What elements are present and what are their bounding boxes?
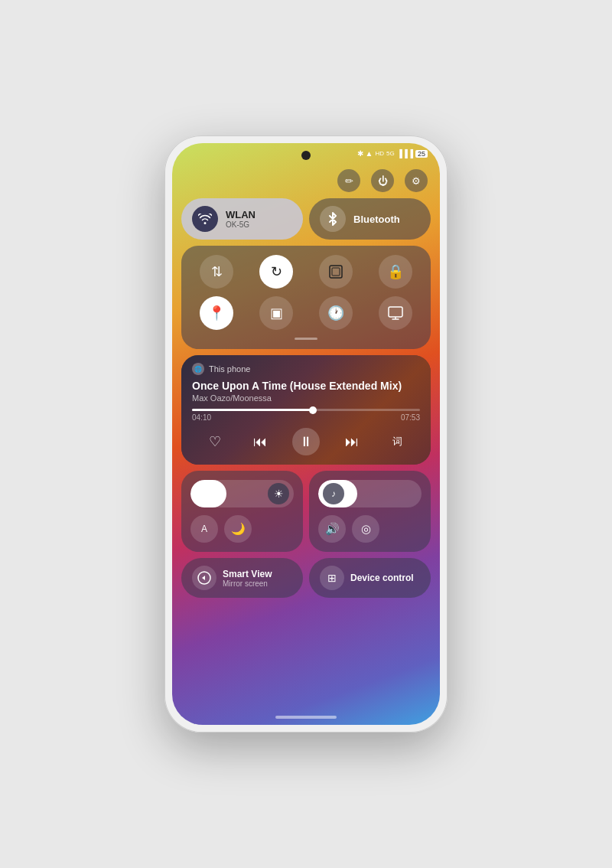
power-button[interactable]: ⏻: [371, 169, 394, 192]
smart-view-icon: [192, 566, 216, 590]
smart-view-label: Smart View: [223, 569, 272, 579]
next-button[interactable]: ⏭: [338, 428, 366, 455]
vibrate-button[interactable]: ◎: [352, 515, 379, 543]
music-note-icon: ♪: [331, 488, 336, 499]
wlan-label: WLAN: [226, 209, 256, 220]
phone-icon: 🌐: [192, 363, 204, 375]
timer-button[interactable]: 🕐: [319, 296, 353, 330]
data-transfer-button[interactable]: ⇅: [200, 255, 233, 289]
sun-icon: ☀: [274, 488, 284, 500]
progress-fill: [192, 409, 313, 411]
device-control-button[interactable]: ⊞ Device control: [309, 558, 431, 598]
sync-button[interactable]: ↻: [259, 255, 293, 289]
phone-frame: ✱ ▲ HD 5G ▐▐▐ 25 ✏ ⏻ ⚙: [164, 135, 448, 733]
brightness-thumb: ☀: [268, 483, 289, 504]
media-controls: ♡ ⏮ ⏸ ⏭ 词: [192, 428, 420, 455]
home-indicator[interactable]: [275, 716, 337, 719]
brightness-slider[interactable]: ☀: [190, 480, 294, 507]
lyrics-button[interactable]: 词: [383, 428, 411, 455]
edit-button[interactable]: ✏: [337, 169, 360, 192]
pencil-icon: ✏: [345, 175, 353, 187]
brightness-bottom-icons: A 🌙: [190, 515, 294, 543]
svg-rect-0: [330, 266, 342, 278]
device-card-button[interactable]: ▣: [259, 296, 293, 330]
media-source-label: This phone: [209, 364, 250, 374]
brightness-card: ☀ A 🌙: [181, 471, 303, 552]
screenshot-button[interactable]: [319, 255, 353, 289]
media-title: Once Upon A Time (House Extended Mix): [192, 380, 420, 392]
wlan-sub: OK-5G: [226, 220, 256, 229]
media-artist: Max Oazo/Moonessa: [192, 393, 420, 403]
location-button[interactable]: 📍: [200, 296, 233, 330]
top-actions: ✏ ⏻ ⚙: [181, 166, 431, 192]
device-control-label: Device control: [350, 573, 414, 583]
bluetooth-status-icon: ✱: [357, 149, 363, 158]
control-center: ✏ ⏻ ⚙: [181, 166, 431, 710]
media-source-row: 🌐 This phone: [192, 363, 420, 375]
speaker-button[interactable]: 🔊: [318, 515, 346, 543]
volume-bottom-icons: 🔊 ◎: [318, 515, 422, 543]
hd-status-icon: HD: [375, 150, 384, 157]
bluetooth-toggle[interactable]: Bluetooth: [309, 198, 431, 240]
svg-rect-1: [332, 268, 340, 276]
bluetooth-icon: [320, 206, 346, 232]
bluetooth-label: Bluetooth: [353, 214, 400, 225]
status-bar: ✱ ▲ HD 5G ▐▐▐ 25: [357, 149, 428, 158]
svg-rect-2: [389, 307, 402, 317]
phone-screen: ✱ ▲ HD 5G ▐▐▐ 25 ✏ ⏻ ⚙: [172, 143, 440, 725]
wifi-icon: [192, 206, 218, 232]
current-time: 04:10: [192, 413, 211, 422]
progress-thumb: [309, 406, 317, 414]
sliders-row: ☀ A 🌙 ♪: [181, 471, 431, 552]
bottom-row: Smart View Mirror screen ⊞ Device contro…: [181, 558, 431, 598]
media-player: 🌐 This phone Once Upon A Time (House Ext…: [181, 355, 431, 465]
smart-view-button[interactable]: Smart View Mirror screen: [181, 558, 303, 598]
camera-notch: [301, 151, 311, 160]
auto-brightness-button[interactable]: A: [190, 515, 218, 543]
smart-view-sub: Mirror screen: [223, 579, 272, 588]
power-icon: ⏻: [378, 175, 388, 187]
connectivity-toggles: WLAN OK-5G Bluetooth: [181, 198, 431, 240]
volume-thumb: ♪: [323, 483, 344, 504]
gear-icon: ⚙: [412, 175, 421, 187]
volume-card: ♪ 🔊 ◎: [309, 471, 431, 552]
cast-button[interactable]: [379, 296, 412, 330]
volume-slider[interactable]: ♪: [318, 480, 422, 507]
pause-button[interactable]: ⏸: [292, 428, 320, 455]
5g-status-icon: 5G: [386, 150, 395, 157]
signal-icon: ▐▐▐: [397, 149, 413, 158]
brightness-fill: [190, 480, 226, 507]
wifi-status-icon: ▲: [366, 149, 373, 158]
favorite-button[interactable]: ♡: [201, 428, 229, 455]
previous-button[interactable]: ⏮: [246, 428, 274, 455]
night-mode-button[interactable]: 🌙: [224, 515, 252, 543]
rotation-lock-button[interactable]: 🔒: [379, 255, 412, 289]
device-control-icon: ⊞: [320, 566, 344, 590]
progress-bar[interactable]: [192, 409, 420, 411]
settings-button[interactable]: ⚙: [405, 169, 428, 192]
total-time: 07:53: [401, 413, 420, 422]
media-times: 04:10 07:53: [192, 413, 420, 422]
scroll-indicator: [190, 338, 422, 340]
battery-icon: 25: [415, 150, 428, 158]
quick-settings-grid: ⇅ ↻ 🔒 📍 ▣ 🕐: [181, 246, 431, 349]
wlan-toggle[interactable]: WLAN OK-5G: [181, 198, 303, 240]
